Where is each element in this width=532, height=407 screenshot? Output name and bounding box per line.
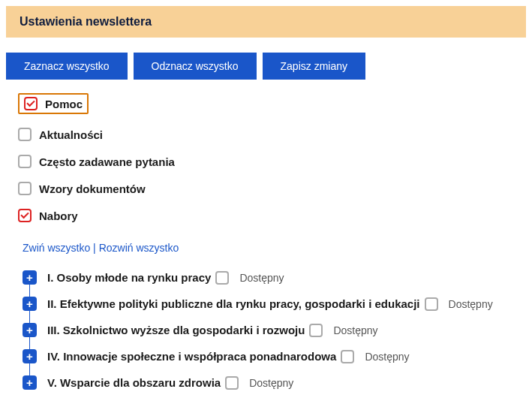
checkbox-row-aktualnosci: Aktualności	[18, 128, 526, 141]
plus-icon[interactable]: +	[23, 349, 37, 363]
tree-controls: Zwiń wszystko | Rozwiń wszystko	[23, 242, 526, 254]
tree-row: + IV. Innowacje społeczne i współpraca p…	[23, 343, 526, 369]
tree-sub-label: Dostępny	[249, 377, 293, 389]
tree-sub-label: Dostępny	[239, 272, 284, 284]
tree-row: + III. Szkolnictwo wyższe dla gospodarki…	[23, 317, 526, 343]
button-row: Zaznacz wszystko Odznacz wszystko Zapisz…	[6, 53, 526, 80]
select-all-button[interactable]: Zaznacz wszystko	[6, 53, 128, 80]
tree-checkbox[interactable]	[425, 297, 438, 311]
tree-checkbox[interactable]	[215, 271, 229, 285]
tree-row: + II. Efektywne polityki publiczne dla r…	[23, 291, 526, 317]
collapse-all-link[interactable]: Zwiń wszystko	[23, 242, 90, 254]
checkbox-label: Wzory dokumentów	[39, 182, 146, 195]
page-title: Ustawienia newslettera	[6, 6, 526, 38]
tree-row: + V. Wsparcie dla obszaru zdrowia Dostęp…	[23, 369, 526, 396]
checkbox-faq[interactable]	[18, 155, 32, 168]
save-button[interactable]: Zapisz zmiany	[263, 53, 365, 80]
tree-sub-label: Dostępny	[365, 351, 409, 363]
tree-sub-label: Dostępny	[449, 298, 493, 310]
checkbox-label: Aktualności	[39, 128, 103, 141]
plus-icon[interactable]: +	[23, 270, 37, 285]
plus-icon[interactable]: +	[23, 297, 37, 311]
tree-label: I. Osoby młode na rynku pracy	[47, 271, 211, 284]
tree-row: + I. Osoby młode na rynku pracy Dostępny	[23, 264, 526, 291]
checkbox-list: Pomoc Aktualności Często zadawane pytani…	[18, 93, 526, 222]
tree-label: II. Efektywne polityki publiczne dla ryn…	[47, 297, 420, 310]
tree-label: IV. Innowacje społeczne i współpraca pon…	[47, 350, 336, 363]
checkbox-row-faq: Często zadawane pytania	[18, 155, 526, 168]
checkbox-row-nabory: Nabory	[18, 209, 526, 222]
checkbox-row-wzory: Wzory dokumentów	[18, 182, 526, 195]
checkbox-label: Nabory	[39, 210, 78, 222]
tree-label: III. Szkolnictwo wyższe dla gospodarki i…	[47, 324, 305, 336]
tree-label: V. Wsparcie dla obszaru zdrowia	[47, 376, 221, 389]
plus-icon[interactable]: +	[23, 323, 37, 337]
checkbox-label: Pomoc	[45, 98, 83, 110]
checkbox-wzory[interactable]	[18, 182, 32, 195]
plus-icon[interactable]: +	[23, 375, 37, 390]
checkbox-nabory[interactable]	[18, 209, 32, 222]
checkbox-pomoc[interactable]	[24, 97, 38, 110]
tree-checkbox[interactable]	[225, 376, 239, 390]
checkbox-label: Często zadawane pytania	[39, 155, 175, 168]
tree-checkbox[interactable]	[309, 324, 323, 337]
checkbox-aktualnosci[interactable]	[18, 128, 32, 141]
tree: + I. Osoby młode na rynku pracy Dostępny…	[23, 264, 526, 396]
tree-checkbox[interactable]	[341, 350, 354, 363]
expand-all-link[interactable]: Rozwiń wszystko	[99, 242, 179, 254]
separator: |	[90, 242, 98, 254]
deselect-all-button[interactable]: Odznacz wszystko	[134, 53, 257, 80]
tree-sub-label: Dostępny	[333, 324, 377, 336]
checkbox-row-pomoc: Pomoc	[18, 93, 89, 114]
